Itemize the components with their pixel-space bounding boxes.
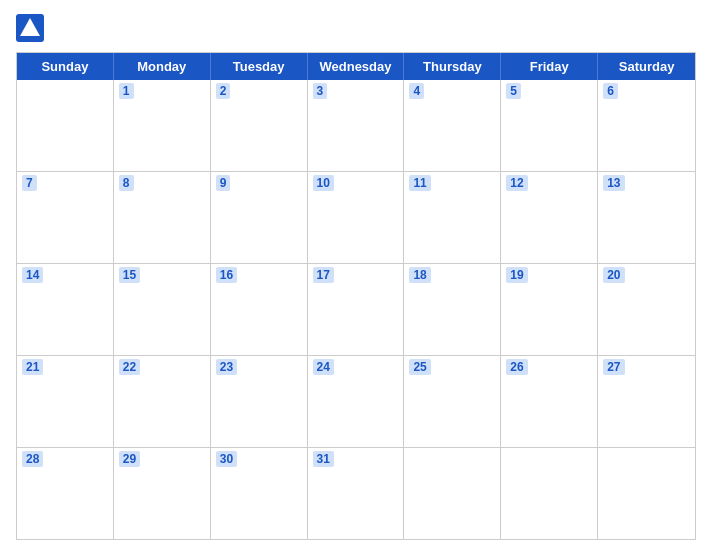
calendar-grid: SundayMondayTuesdayWednesdayThursdayFrid… — [16, 52, 696, 540]
day-number: 19 — [506, 267, 527, 283]
day-headers-row: SundayMondayTuesdayWednesdayThursdayFrid… — [17, 53, 695, 80]
day-cell: 13 — [598, 172, 695, 263]
day-cell: 24 — [308, 356, 405, 447]
day-number: 17 — [313, 267, 334, 283]
day-number: 23 — [216, 359, 237, 375]
day-cell: 11 — [404, 172, 501, 263]
day-cell: 6 — [598, 80, 695, 171]
day-number: 30 — [216, 451, 237, 467]
day-cell — [598, 448, 695, 539]
day-number: 16 — [216, 267, 237, 283]
day-number: 31 — [313, 451, 334, 467]
day-number: 1 — [119, 83, 134, 99]
day-cell: 4 — [404, 80, 501, 171]
week-row-4: 21222324252627 — [17, 356, 695, 448]
day-cell — [501, 448, 598, 539]
week-row-2: 78910111213 — [17, 172, 695, 264]
day-number: 6 — [603, 83, 618, 99]
day-cell — [404, 448, 501, 539]
day-cell: 7 — [17, 172, 114, 263]
day-cell: 12 — [501, 172, 598, 263]
day-number: 10 — [313, 175, 334, 191]
day-cell: 22 — [114, 356, 211, 447]
day-cell: 21 — [17, 356, 114, 447]
day-number: 5 — [506, 83, 521, 99]
weeks-container: 1234567891011121314151617181920212223242… — [17, 80, 695, 539]
day-cell: 27 — [598, 356, 695, 447]
day-number: 29 — [119, 451, 140, 467]
day-number: 12 — [506, 175, 527, 191]
day-number: 2 — [216, 83, 231, 99]
day-cell: 1 — [114, 80, 211, 171]
day-number: 13 — [603, 175, 624, 191]
day-number: 22 — [119, 359, 140, 375]
day-header-friday: Friday — [501, 53, 598, 80]
day-number: 9 — [216, 175, 231, 191]
day-number: 3 — [313, 83, 328, 99]
day-header-monday: Monday — [114, 53, 211, 80]
day-cell: 14 — [17, 264, 114, 355]
day-cell: 20 — [598, 264, 695, 355]
day-header-thursday: Thursday — [404, 53, 501, 80]
day-number: 18 — [409, 267, 430, 283]
logo — [16, 14, 48, 42]
day-cell: 28 — [17, 448, 114, 539]
day-number: 11 — [409, 175, 430, 191]
day-number: 28 — [22, 451, 43, 467]
day-cell: 3 — [308, 80, 405, 171]
week-row-5: 28293031 — [17, 448, 695, 539]
generalblue-logo-icon — [16, 14, 44, 42]
day-number: 26 — [506, 359, 527, 375]
day-number: 8 — [119, 175, 134, 191]
week-row-1: 123456 — [17, 80, 695, 172]
day-number: 25 — [409, 359, 430, 375]
day-cell: 31 — [308, 448, 405, 539]
day-cell: 9 — [211, 172, 308, 263]
day-header-tuesday: Tuesday — [211, 53, 308, 80]
day-cell: 26 — [501, 356, 598, 447]
day-number: 20 — [603, 267, 624, 283]
day-cell: 29 — [114, 448, 211, 539]
day-number: 14 — [22, 267, 43, 283]
day-cell: 2 — [211, 80, 308, 171]
day-number: 24 — [313, 359, 334, 375]
day-cell: 10 — [308, 172, 405, 263]
day-cell: 23 — [211, 356, 308, 447]
week-row-3: 14151617181920 — [17, 264, 695, 356]
day-number: 15 — [119, 267, 140, 283]
day-number: 27 — [603, 359, 624, 375]
day-cell: 5 — [501, 80, 598, 171]
day-header-saturday: Saturday — [598, 53, 695, 80]
day-cell: 19 — [501, 264, 598, 355]
day-header-sunday: Sunday — [17, 53, 114, 80]
day-cell: 18 — [404, 264, 501, 355]
day-number: 4 — [409, 83, 424, 99]
day-cell: 16 — [211, 264, 308, 355]
day-cell: 8 — [114, 172, 211, 263]
calendar-page: SundayMondayTuesdayWednesdayThursdayFrid… — [0, 0, 712, 550]
header — [16, 10, 696, 46]
day-number: 7 — [22, 175, 37, 191]
day-cell: 15 — [114, 264, 211, 355]
day-cell: 17 — [308, 264, 405, 355]
day-cell — [17, 80, 114, 171]
day-header-wednesday: Wednesday — [308, 53, 405, 80]
day-number: 21 — [22, 359, 43, 375]
day-cell: 25 — [404, 356, 501, 447]
day-cell: 30 — [211, 448, 308, 539]
